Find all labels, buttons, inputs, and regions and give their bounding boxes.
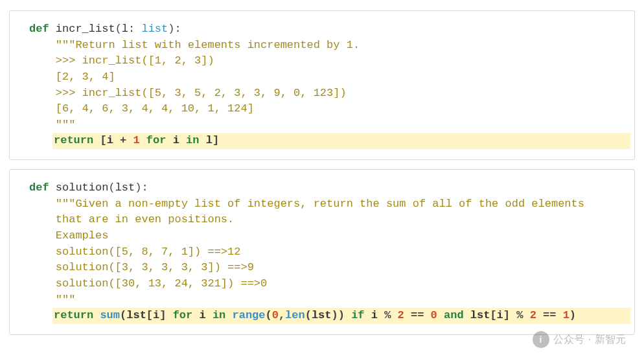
keyword-and: and [444, 309, 464, 321]
keyword-in: in [213, 309, 225, 321]
docstring-line: """Return list with elements incremented… [29, 38, 634, 54]
keyword-return: return [54, 309, 93, 321]
docstring-line: >>> incr_list([5, 3, 5, 2, 3, 3, 9, 0, 1… [29, 86, 634, 102]
docstring-line: """ [29, 292, 634, 308]
docstring-line: Examples [29, 228, 634, 244]
keyword-in: in [186, 134, 199, 146]
numeric-literal: 1 [563, 309, 569, 321]
docstring-line: solution([30, 13, 24, 321]) ==>0 [29, 276, 634, 292]
docstring-line: [6, 4, 6, 3, 4, 4, 10, 1, 124] [29, 101, 634, 117]
keyword-for: for [173, 309, 193, 321]
keyword-def: def [29, 23, 49, 35]
keyword-return: return [54, 134, 93, 146]
code-block-solution: def solution(lst): """Given a non-empty … [9, 169, 635, 335]
numeric-literal: 2 [530, 309, 536, 321]
docstring-line: >>> incr_list([1, 2, 3]) [29, 53, 634, 69]
docstring-line: """ [29, 117, 634, 133]
param-name: lst [115, 181, 135, 194]
builtin-sum: sum [100, 309, 120, 321]
signature-line: def solution(lst): [29, 180, 634, 196]
code-block-incr-list: def incr_list(l: list): """Return list w… [9, 10, 635, 160]
docstring-line: """Given a non-empty list of integers, r… [29, 196, 634, 213]
signature-line: def incr_list(l: list): [29, 21, 634, 38]
docstring-line: [2, 3, 4] [29, 69, 634, 86]
numeric-literal: 0 [272, 309, 279, 321]
keyword-for: for [146, 134, 167, 146]
keyword-if: if [351, 309, 364, 321]
keyword-def: def [29, 181, 49, 194]
numeric-literal: 2 [398, 309, 404, 321]
highlighted-return-line: return [i + 1 for i in l] [52, 133, 630, 149]
function-name: incr_list [56, 23, 115, 35]
highlighted-return-line: return sum(lst[i] for i in range(0,len(l… [52, 308, 630, 324]
numeric-literal: 1 [133, 134, 139, 146]
docstring-line: that are in even positions. [29, 212, 634, 228]
param-name: l [122, 23, 128, 35]
docstring-line: solution([3, 3, 3, 3, 3]) ==>9 [29, 260, 634, 276]
function-name: solution [56, 181, 109, 194]
type-annotation: list [141, 23, 168, 35]
builtin-len: len [285, 309, 305, 321]
docstring-line: solution([5, 8, 7, 1]) ==>12 [29, 244, 634, 261]
builtin-range: range [232, 309, 265, 321]
numeric-literal: 0 [431, 309, 437, 321]
